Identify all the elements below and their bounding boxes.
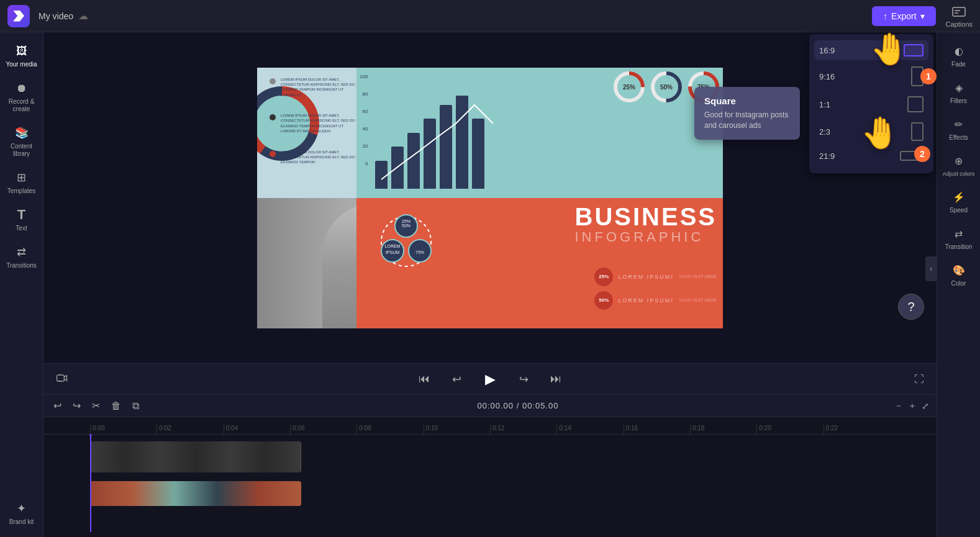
- delete-button[interactable]: 🗑: [109, 398, 124, 414]
- right-tool-filters[interactable]: ◈ Filters: [940, 75, 978, 109]
- video-track-row: [90, 440, 937, 474]
- ruler-mark: 0:04: [224, 425, 290, 434]
- fit-button[interactable]: ⤢: [922, 401, 929, 411]
- infographic-bottom: BUSINESS INFOGRAPHIC 25% LOREM: [356, 198, 723, 328]
- playhead[interactable]: [90, 435, 91, 532]
- lorem-text-2: LOREM IPSUM DOLOR SIT AMET, CONSECTETUR …: [281, 113, 355, 134]
- ruler-mark: 0:12: [490, 425, 556, 434]
- sidebar-item-text[interactable]: T Text: [3, 202, 40, 237]
- skip-forward-button[interactable]: ⏭: [546, 369, 566, 389]
- circular-diagram: 25% LOREM IPSUM 75% 50%: [375, 210, 437, 273]
- project-title: My video: [39, 11, 73, 21]
- right-tool-transition[interactable]: ⇄ Transition: [940, 221, 978, 255]
- left-sidebar: 🖼 Your media ⏺ Record & create 📚 Content…: [0, 32, 43, 537]
- captions-icon: [951, 4, 966, 19]
- export-button[interactable]: ↑ Export ▾: [872, 6, 935, 26]
- redo-button[interactable]: ↪: [70, 397, 83, 414]
- ruler-mark: 0:02: [157, 425, 223, 434]
- zoom-in-button[interactable]: ＋: [908, 400, 917, 412]
- ruler-mark: 0:18: [690, 425, 756, 434]
- sidebar-item-media[interactable]: 🖼 Your media: [3, 38, 40, 73]
- rewind-button[interactable]: ↩: [447, 369, 466, 389]
- audio-track-row: [90, 476, 937, 510]
- stat-circle-25: 25%: [613, 71, 645, 103]
- timeline-time: 00:00.00 / 00:05.00: [148, 401, 888, 410]
- lorem-text-3: LOREM IPSUM DOLOR SIT AMET, CONSECTETUR …: [281, 150, 355, 165]
- hand-cursor-1: 🤚: [870, 31, 909, 67]
- webcam-button[interactable]: [56, 372, 68, 387]
- text-icon: T: [14, 207, 29, 222]
- svg-text:75%: 75%: [415, 250, 424, 255]
- content-icon: 📚: [14, 125, 29, 140]
- ruler-mark: 0:00: [90, 425, 157, 434]
- fullscreen-button[interactable]: ⛶: [914, 374, 924, 385]
- right-tool-fade[interactable]: ◐ Fade: [940, 38, 978, 73]
- canvas-area: LOREM IPSUM DOLOR SIT AMET, CONSECTETUR …: [257, 68, 723, 328]
- right-tool-speed[interactable]: ⚡ Speed: [940, 184, 978, 219]
- record-icon: ⏺: [14, 81, 29, 96]
- app-logo: [7, 5, 30, 27]
- chart-line: [375, 96, 499, 189]
- svg-rect-21: [57, 375, 65, 381]
- timeline-tracks: [43, 435, 937, 537]
- stat-circle-50: 50%: [650, 71, 683, 103]
- right-tool-effects[interactable]: ✏ Effects: [940, 112, 978, 146]
- svg-text:25%: 25%: [402, 219, 411, 223]
- playback-controls: ⏮ ↩ ▶ ↪ ⏭ ⛶: [43, 363, 937, 394]
- audio-waveform: [90, 481, 301, 506]
- lorem-rows: 25% LOREM IPSUM/ YOUR TEXT HERE 50% LORE…: [594, 268, 717, 310]
- svg-text:50%: 50%: [660, 84, 673, 91]
- right-tool-adjust[interactable]: ⊕ Adjust colors: [940, 148, 978, 182]
- fade-icon: ◐: [951, 43, 966, 58]
- audio-track[interactable]: [90, 481, 301, 506]
- list-item: LOREM IPSUM DOLOR SIT AMET, CONSECTETUR …: [270, 77, 355, 98]
- playhead-triangle: [87, 435, 94, 437]
- color-icon: 🎨: [951, 263, 966, 278]
- biz-text: BUSINESS INFOGRAPHIC: [575, 204, 717, 245]
- sidebar-item-record[interactable]: ⏺ Record & create: [3, 76, 40, 118]
- aspect-box-1-1: [907, 96, 923, 112]
- sidebar-item-templates[interactable]: ⊞ Templates: [3, 165, 40, 200]
- aspect-option-1-1[interactable]: 1:1: [814, 93, 928, 116]
- zoom-out-button[interactable]: －: [894, 400, 903, 412]
- timeline-zoom: － ＋ ⤢: [894, 400, 929, 412]
- badge-1: 1: [920, 68, 937, 84]
- bullet-dot: [270, 151, 276, 157]
- timeline-ruler: 0:00 0:02 0:04 0:06 0:08 0:10 0:12 0:14 …: [43, 417, 937, 435]
- list-item: LOREM IPSUM DOLOR SIT AMET, CONSECTETUR …: [270, 113, 355, 134]
- webcam-icon: [56, 372, 68, 384]
- help-button[interactable]: ?: [898, 294, 924, 320]
- speed-icon: ⚡: [951, 189, 966, 204]
- export-chevron-icon: ▾: [920, 11, 925, 21]
- lorem-items: LOREM IPSUM DOLOR SIT AMET, CONSECTETUR …: [270, 77, 355, 165]
- transitions-icon: ⇄: [14, 245, 29, 259]
- ruler-mark: 0:20: [756, 425, 823, 434]
- filters-icon: ◈: [951, 80, 966, 95]
- svg-text:25%: 25%: [623, 84, 635, 91]
- sidebar-item-transitions[interactable]: ⇄ Transitions: [3, 240, 40, 274]
- video-track[interactable]: [90, 441, 301, 472]
- scissors-button[interactable]: ✂: [89, 397, 102, 414]
- sidebar-item-brand[interactable]: ✦ Brand kit: [3, 496, 40, 531]
- ruler-mark: 0:06: [290, 425, 356, 434]
- ruler-marks: 0:00 0:02 0:04 0:06 0:08 0:10 0:12 0:14 …: [90, 425, 890, 434]
- lorem-text-1: LOREM IPSUM DOLOR SIT AMET, CONSECTETUR …: [281, 77, 355, 98]
- forward-button[interactable]: ↪: [514, 369, 533, 389]
- brand-icon: ✦: [14, 501, 29, 516]
- captions-panel[interactable]: Captions: [946, 4, 973, 28]
- skip-back-button[interactable]: ⏮: [414, 369, 434, 389]
- svg-rect-0: [953, 7, 965, 16]
- right-tool-color[interactable]: 🎨 Color: [940, 258, 978, 292]
- play-button[interactable]: ▶: [479, 368, 501, 390]
- tooltip-description: Good for Instagram posts and carousel ad…: [704, 110, 790, 131]
- bullet-dot: [270, 114, 276, 120]
- tooltip-square: Square Good for Instagram posts and caro…: [694, 87, 800, 140]
- collapse-sidebar-button[interactable]: ‹: [925, 256, 937, 281]
- list-item: LOREM IPSUM DOLOR SIT AMET, CONSECTETUR …: [270, 150, 355, 165]
- sidebar-item-content[interactable]: 📚 Content library: [3, 120, 40, 163]
- aspect-box-2-3: [911, 122, 923, 141]
- duplicate-button[interactable]: ⧉: [130, 398, 142, 414]
- undo-button[interactable]: ↩: [51, 397, 64, 414]
- effects-icon: ✏: [951, 117, 966, 132]
- center-area: LOREM IPSUM DOLOR SIT AMET, CONSECTETUR …: [43, 32, 937, 537]
